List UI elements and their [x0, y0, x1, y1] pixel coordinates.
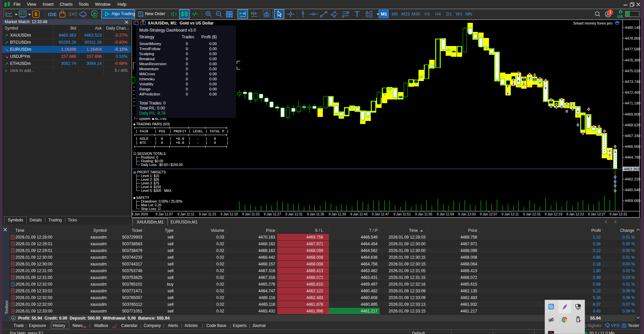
svg-text:└─ Daily Loss: -$0.60 / $150.0: └─ Daily Loss: -$0.60 / $150.00 [135, 163, 183, 167]
svg-text:9 Jan 11:23: 9 Jan 11:23 [242, 212, 260, 216]
svg-text:9 Jan 12:27: 9 Jan 12:27 [588, 212, 606, 216]
svg-text:9 Jan 11:35: 9 Jan 11:35 [307, 212, 325, 216]
svg-text:4460.940: 4460.940 [625, 188, 640, 192]
svg-text:☑ SESSION TOTALS: ☑ SESSION TOTALS [133, 152, 166, 156]
svg-text:9 Jan 11:59: 9 Jan 11:59 [437, 212, 454, 216]
svg-text:| GOLD | 0 | +0.0 | -: | GOLD | 0 | +0.0 | - | 0 | [136, 137, 229, 141]
svg-text:4467.340: 4467.340 [625, 134, 640, 138]
svg-text:0.00: 0.00 [209, 57, 217, 61]
svg-text:9 Jan 12:31: 9 Jan 12:31 [609, 212, 627, 216]
svg-text:TrendFollow: TrendFollow [139, 47, 161, 51]
svg-text:Momentum: Momentum [139, 67, 159, 71]
svg-text:└─ Level 5: $300 · MAX: └─ Level 5: $300 · MAX [135, 189, 171, 193]
svg-text:4468.620: 4468.620 [625, 123, 640, 127]
svg-text:0.00: 0.00 [209, 62, 217, 66]
svg-text:0.00: 0.00 [209, 67, 217, 71]
svg-text:0.00: 0.00 [209, 92, 217, 96]
svg-text:9 Jan 11:55: 9 Jan 11:55 [415, 212, 433, 216]
svg-text:0.00: 0.00 [209, 77, 217, 81]
svg-text:9 Jan 12:11: 9 Jan 12:11 [502, 212, 519, 216]
svg-text:Smart money forex pro: Smart money forex pro [573, 21, 612, 25]
svg-text:0: 0 [186, 92, 188, 96]
svg-text:0.00: 0.00 [209, 42, 217, 46]
svg-text:4480.140: 4480.140 [625, 26, 640, 30]
svg-text:9 Jan 12:03: 9 Jan 12:03 [458, 212, 476, 216]
svg-text:Total P/L: 0.00: Total P/L: 0.00 [139, 106, 165, 111]
svg-text:9 Jan 11:31: 9 Jan 11:31 [285, 212, 303, 216]
svg-text:9 Jan 12:15: 9 Jan 12:15 [523, 212, 541, 216]
svg-text:0: 0 [186, 67, 188, 71]
svg-text:0.00: 0.00 [209, 47, 217, 51]
svg-text:4471.180: 4471.180 [625, 101, 640, 105]
svg-text:■ SAFETY: ■ SAFETY [133, 196, 149, 200]
svg-text:0.00: 0.00 [209, 87, 217, 91]
svg-text:0: 0 [186, 42, 188, 46]
svg-text:Daily P/L: 8.78: Daily P/L: 8.78 [139, 111, 165, 116]
svg-text:0: 0 [186, 62, 188, 66]
svg-text:9 Jan 11:27: 9 Jan 11:27 [264, 212, 281, 216]
svg-text:0: 0 [186, 77, 188, 81]
svg-text:4469.900: 4469.900 [625, 112, 640, 116]
svg-text:9 Jan 11:39: 9 Jan 11:39 [329, 212, 346, 216]
svg-text:■ TRADING PAIRS (0/3): ■ TRADING PAIRS (0/3) [133, 122, 170, 126]
svg-text:MeanReversion: MeanReversion [139, 62, 166, 66]
svg-text:4475.020: 4475.020 [625, 69, 640, 73]
svg-text:0: 0 [186, 82, 188, 86]
svg-text:4476.300: 4476.300 [625, 58, 640, 62]
svg-text:4473.740: 4473.740 [625, 80, 640, 84]
svg-text:9 Jan 11:11: 9 Jan 11:11 [178, 212, 195, 216]
svg-text:SmartMoney: SmartMoney [139, 42, 161, 46]
svg-text:0.00: 0.00 [209, 52, 217, 56]
svg-text:Range: Range [139, 87, 151, 91]
svg-text:9 Jan 12:07: 9 Jan 12:07 [480, 212, 498, 216]
svg-text:4466.060: 4466.060 [625, 144, 640, 149]
svg-text:Breakout: Breakout [139, 57, 155, 61]
svg-text:Strategy: Strategy [139, 35, 154, 39]
svg-text:0.00: 0.00 [209, 82, 217, 86]
svg-text:Volatility: Volatility [139, 82, 153, 86]
svg-text:Trades: Trades [182, 35, 194, 39]
svg-text:9 Jan 11:19: 9 Jan 11:19 [220, 212, 238, 216]
svg-text:└─ Stop Loss: ☑: └─ Stop Loss: ☑ [135, 207, 161, 211]
svg-text:Scalping: Scalping [139, 52, 154, 56]
svg-text:0: 0 [186, 52, 188, 56]
svg-text:MACross: MACross [139, 72, 155, 76]
svg-text:0: 0 [186, 87, 188, 91]
svg-text:9 Jan 11:07: 9 Jan 11:07 [156, 212, 173, 216]
svg-text:$: $ [35, 11, 37, 17]
svg-text:| BTC | 0 | +0.0 | -: | BTC | 0 | +0.0 | - | 0 | [136, 141, 229, 145]
svg-text:Multi-Strategy Dashboard v3.0: Multi-Strategy Dashboard v3.0 [139, 28, 196, 33]
svg-text:Ichimoku: Ichimoku [139, 77, 155, 81]
svg-text:Total Trades: 0: Total Trades: 0 [139, 101, 166, 106]
svg-text:4478.860: 4478.860 [625, 36, 640, 40]
svg-text:9 Jan 12:19: 9 Jan 12:19 [545, 212, 562, 216]
svg-text:4463.363: 4463.363 [624, 167, 639, 171]
svg-text:4459.660: 4459.660 [625, 199, 640, 203]
svg-text:4477.580: 4477.580 [625, 47, 640, 51]
svg-text:4472.460: 4472.460 [625, 90, 640, 94]
svg-text:0: 0 [186, 47, 188, 51]
svg-text:9 Jan 11:51: 9 Jan 11:51 [393, 212, 411, 216]
svg-text:XAUUSDm, M1: Gold vs US Dolla: XAUUSDm, M1: Gold vs US Dollar [148, 21, 214, 26]
svg-text:9 Jan 11:43: 9 Jan 11:43 [350, 212, 368, 216]
svg-text:4464.780: 4464.780 [625, 155, 640, 159]
svg-text:9 Jan 11:47: 9 Jan 11:47 [372, 212, 389, 216]
svg-text:0: 0 [186, 72, 188, 76]
svg-text:AIPrediction: AIPrediction [139, 92, 160, 96]
svg-text:0: 0 [186, 57, 188, 61]
svg-text:9 Jan 11:15: 9 Jan 11:15 [199, 212, 216, 216]
svg-text:0.00: 0.00 [209, 72, 217, 76]
svg-text:9 Jan 12:23: 9 Jan 12:23 [566, 212, 584, 216]
svg-text:| PAIR | POS | PROFIT | LEV: | PAIR | POS | PROFIT | LEVEL | TOTAL P … [136, 129, 229, 133]
svg-text:4462.220: 4462.220 [625, 177, 640, 181]
svg-text:Profit ($): Profit ($) [201, 35, 217, 39]
svg-text:LVL: LVL [617, 15, 624, 18]
svg-text:9 Jan 2026: 9 Jan 2026 [132, 212, 148, 216]
svg-text:◎ PROFIT TARGETS: ◎ PROFIT TARGETS [133, 170, 166, 174]
